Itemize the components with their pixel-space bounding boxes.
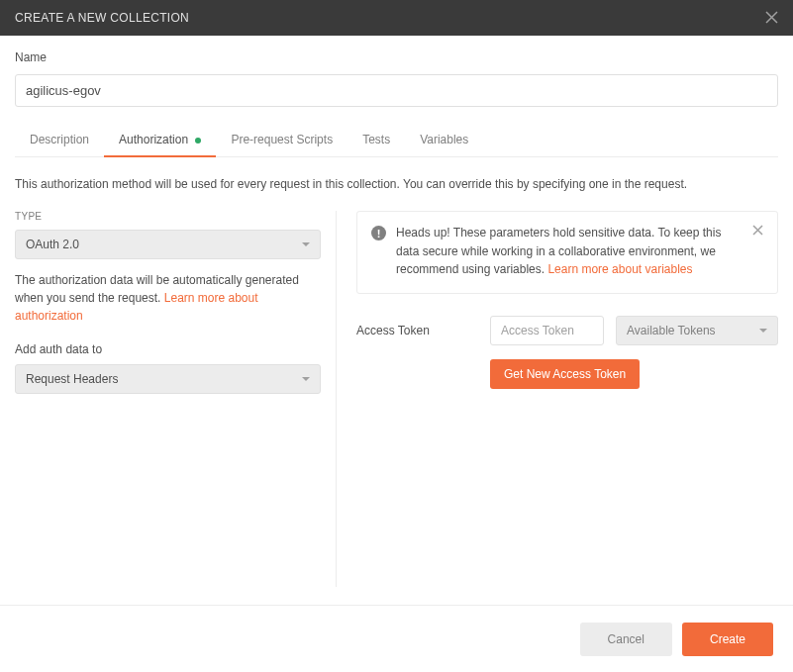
alert-icon: !	[371, 226, 386, 240]
create-button[interactable]: Create	[682, 623, 773, 656]
cancel-button[interactable]: Cancel	[580, 623, 672, 656]
tab-tests[interactable]: Tests	[347, 125, 405, 156]
alert-text: Heads up! These parameters hold sensitiv…	[396, 224, 743, 279]
modal-header: CREATE A NEW COLLECTION	[0, 0, 793, 36]
close-icon[interactable]	[765, 10, 778, 27]
auth-description: This authorization method will be used f…	[15, 175, 778, 193]
name-input[interactable]	[15, 74, 778, 107]
caret-down-icon	[302, 242, 310, 246]
auth-helper-text: The authorization data will be automatic…	[15, 271, 321, 325]
type-select-value: OAuth 2.0	[26, 238, 79, 251]
auth-active-indicator-icon	[195, 138, 201, 144]
type-label: TYPE	[15, 211, 321, 222]
access-token-input[interactable]	[490, 316, 604, 345]
add-auth-select-value: Request Headers	[26, 372, 118, 386]
modal-title: CREATE A NEW COLLECTION	[15, 11, 189, 25]
tab-prerequest[interactable]: Pre-request Scripts	[216, 125, 347, 156]
tab-authorization[interactable]: Authorization	[104, 125, 216, 156]
sensitive-data-alert: ! Heads up! These parameters hold sensit…	[356, 211, 778, 294]
get-new-access-token-button[interactable]: Get New Access Token	[490, 359, 640, 389]
tab-bar: Description Authorization Pre-request Sc…	[15, 125, 778, 157]
name-label: Name	[15, 50, 778, 64]
tab-variables[interactable]: Variables	[405, 125, 483, 156]
available-tokens-select[interactable]: Available Tokens	[616, 316, 778, 345]
modal-footer: Cancel Create	[0, 605, 793, 672]
add-auth-label: Add auth data to	[15, 342, 321, 356]
learn-variables-link[interactable]: Learn more about variables	[547, 262, 692, 276]
tab-authorization-label: Authorization	[119, 133, 188, 146]
available-tokens-value: Available Tokens	[627, 324, 716, 337]
caret-down-icon	[759, 329, 767, 333]
tab-description[interactable]: Description	[15, 125, 104, 156]
alert-close-icon[interactable]	[752, 224, 763, 239]
type-select[interactable]: OAuth 2.0	[15, 230, 321, 259]
caret-down-icon	[302, 377, 310, 381]
add-auth-select[interactable]: Request Headers	[15, 364, 321, 394]
access-token-label: Access Token	[356, 324, 475, 337]
